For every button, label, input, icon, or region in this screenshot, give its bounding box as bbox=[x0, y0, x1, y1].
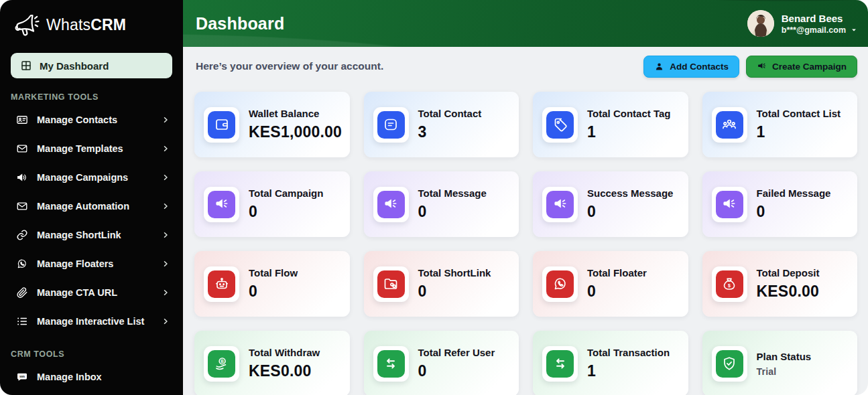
stat-card-total-message: Total Message0 bbox=[364, 171, 519, 237]
envelope-icon bbox=[16, 200, 28, 212]
money-bag-icon: $ bbox=[721, 276, 737, 292]
brand-logo[interactable]: WhatsCRM bbox=[0, 0, 183, 48]
stat-card-value: Trial bbox=[757, 366, 812, 377]
stat-card-value: KES0.00 bbox=[757, 283, 820, 301]
stat-card-label: Total ShortLink bbox=[418, 267, 491, 279]
stat-card-total-refer-user: Total Refer User0 bbox=[364, 331, 519, 395]
chevron-right-icon bbox=[162, 317, 170, 325]
chain-icon bbox=[16, 229, 28, 241]
sidebar-item-label: Manage CTA URL bbox=[37, 287, 117, 298]
main-area: Dashboard Benard Bees b***@gmail.com bbox=[183, 0, 868, 395]
stat-card-success-message: Success Message0 bbox=[533, 171, 688, 237]
sidebar-item-manage-contacts[interactable]: Manage Contacts bbox=[0, 105, 183, 134]
sidebar-section-label: CRM TOOLS bbox=[11, 349, 172, 359]
stat-card-label: Total Contact Tag bbox=[587, 108, 670, 119]
stat-card-label: Total Deposit bbox=[757, 267, 820, 279]
stat-card-total-deposit: $Total DepositKES0.00 bbox=[702, 251, 858, 317]
paperclip-icon bbox=[16, 287, 28, 299]
sidebar-item-manage-cta-url[interactable]: Manage CTA URL bbox=[0, 278, 183, 307]
megaphone-logo-icon bbox=[13, 11, 40, 38]
stat-card-total-flow: Total Flow0 bbox=[194, 251, 350, 317]
sidebar-item-manage-inbox[interactable]: SMSManage Inbox bbox=[0, 362, 183, 391]
stat-card-icon-frame bbox=[712, 187, 747, 222]
stat-card-total-transaction: Total Transaction1 bbox=[533, 331, 688, 395]
stat-card-label: Total Refer User bbox=[418, 347, 495, 358]
stat-card-icon-frame bbox=[373, 107, 409, 143]
user-name: Benard Bees bbox=[782, 13, 857, 24]
create-campaign-button[interactable]: Create Campaign bbox=[746, 56, 857, 78]
stat-card-wallet-balance: Wallet BalanceKES1,000.00 bbox=[194, 92, 350, 157]
stat-card-plan-status: Plan StatusTrial bbox=[702, 331, 858, 395]
user-email[interactable]: b***@gmail.com bbox=[782, 25, 857, 35]
sidebar-item-manage-shortlink[interactable]: Manage ShortLink bbox=[0, 220, 183, 249]
chevron-right-icon bbox=[162, 145, 170, 153]
stat-card-label: Total Message bbox=[418, 187, 487, 199]
swap-arrows-icon bbox=[383, 356, 399, 372]
stat-card-icon-frame bbox=[373, 346, 409, 382]
sidebar-item-label: Manage Contacts bbox=[37, 114, 117, 125]
stat-card-label: Total Transaction bbox=[587, 347, 670, 358]
stat-card-total-contact-tag: Total Contact Tag1 bbox=[533, 92, 688, 157]
action-buttons: Add Contacts Create Campaign bbox=[643, 56, 857, 78]
swap-arrows-icon bbox=[552, 356, 568, 372]
stat-cards-grid: Wallet BalanceKES1,000.00Total Contact3T… bbox=[183, 86, 868, 395]
stat-card-label: Total Withdraw bbox=[249, 347, 320, 358]
user-menu[interactable]: Benard Bees b***@gmail.com bbox=[747, 10, 857, 37]
sidebar-item-label: My Dashboard bbox=[40, 60, 109, 72]
stat-card-label: Failed Message bbox=[757, 187, 831, 199]
avatar[interactable] bbox=[747, 10, 774, 37]
page-title: Dashboard bbox=[196, 14, 284, 33]
stat-card-icon-frame bbox=[204, 266, 239, 302]
app-window: WhatsCRM My Dashboard MARKETING TOOLSMan… bbox=[0, 0, 868, 395]
add-contacts-button[interactable]: Add Contacts bbox=[643, 56, 739, 78]
stat-card-icon-frame bbox=[712, 107, 747, 143]
person-icon bbox=[654, 62, 664, 72]
list-icon bbox=[16, 315, 28, 327]
stat-card-failed-message: Failed Message0 bbox=[702, 171, 858, 237]
stat-card-value: 0 bbox=[418, 283, 491, 301]
overview-bar: Here’s your overview of your account. Ad… bbox=[183, 47, 868, 86]
sidebar-item-manage-interactive-list[interactable]: Manage Interactive List bbox=[0, 307, 183, 335]
stat-card-icon-frame bbox=[542, 187, 578, 222]
sidebar-item-label: Manage ShortLink bbox=[37, 230, 121, 240]
robot-icon bbox=[214, 276, 230, 292]
sidebar-item-label: Manage Campaigns bbox=[37, 172, 128, 183]
stat-card-total-campaign: Total Campaign0 bbox=[194, 171, 350, 237]
whatsapp-icon bbox=[552, 276, 568, 292]
sidebar-item-manage-campaigns[interactable]: Manage Campaigns bbox=[0, 163, 183, 191]
brand-name: WhatsCRM bbox=[46, 16, 126, 34]
whatsapp-icon bbox=[16, 258, 28, 270]
stat-card-label: Total Campaign bbox=[249, 187, 323, 199]
sidebar-item-label: Manage Automation bbox=[37, 201, 129, 212]
stat-card-icon-frame bbox=[204, 107, 239, 143]
top-header: Dashboard Benard Bees b***@gmail.com bbox=[183, 0, 868, 47]
sidebar-item-manage-automation[interactable]: Manage Automation bbox=[0, 191, 183, 220]
users-icon bbox=[721, 116, 737, 133]
stat-card-value: 0 bbox=[587, 283, 647, 301]
megaphone-icon bbox=[721, 196, 737, 212]
user-meta: Benard Bees b***@gmail.com bbox=[782, 13, 857, 35]
overview-message: Here’s your overview of your account. bbox=[196, 60, 383, 72]
chevron-right-icon bbox=[162, 260, 170, 268]
stat-card-label: Plan Status bbox=[757, 351, 812, 362]
megaphone-icon bbox=[383, 196, 399, 212]
shield-check-icon bbox=[721, 356, 737, 372]
sidebar-item-manage-floaters[interactable]: Manage Floaters bbox=[0, 249, 183, 278]
stat-card-value: 0 bbox=[249, 283, 298, 301]
hand-coin-icon: B bbox=[214, 356, 230, 372]
grid-icon bbox=[20, 60, 32, 72]
envelope-icon bbox=[16, 143, 28, 155]
chevron-right-icon bbox=[162, 202, 170, 210]
sidebar-item-my-dashboard[interactable]: My Dashboard bbox=[11, 53, 172, 78]
sidebar-item-manage-templates[interactable]: Manage Templates bbox=[0, 134, 183, 163]
stat-card-total-contact-list: Total Contact List1 bbox=[702, 92, 858, 157]
svg-text:$: $ bbox=[728, 283, 731, 289]
chevron-right-icon bbox=[162, 231, 170, 239]
stat-card-total-floater: Total Floater0 bbox=[533, 251, 688, 317]
stat-card-icon-frame bbox=[373, 187, 409, 222]
stat-card-value: KES1,000.00 bbox=[249, 123, 342, 141]
sidebar-section-label: MARKETING TOOLS bbox=[11, 92, 172, 102]
svg-text:B: B bbox=[221, 359, 224, 364]
speaker-icon bbox=[16, 171, 28, 183]
svg-text:SMS: SMS bbox=[19, 375, 25, 378]
